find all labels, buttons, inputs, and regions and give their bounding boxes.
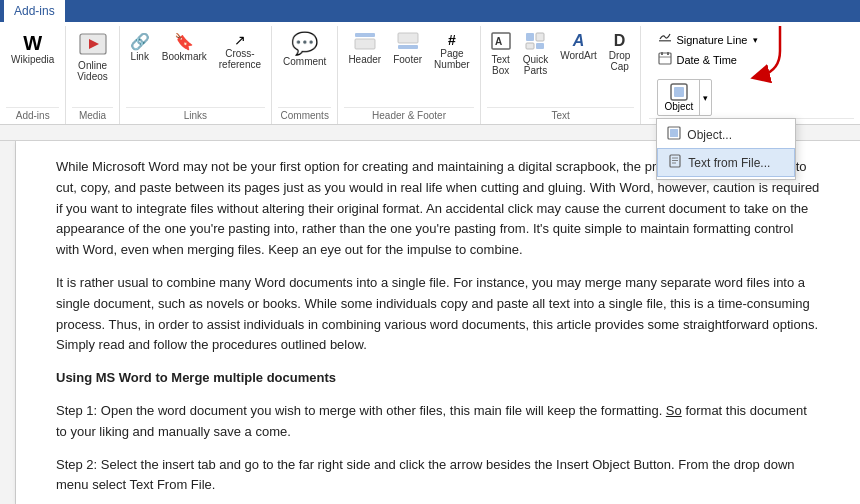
quick-parts-button[interactable]: QuickParts xyxy=(519,30,553,78)
comment-button[interactable]: 💬 Comment xyxy=(278,30,331,70)
drop-cap-button[interactable]: D DropCap xyxy=(605,30,635,74)
text-from-file-item[interactable]: Text from File... xyxy=(657,148,795,177)
text-from-file-icon xyxy=(668,154,682,171)
main-layout: While Microsoft Word may not be your fir… xyxy=(0,141,860,504)
comments-group-label: Comments xyxy=(278,107,331,124)
header-label: Header xyxy=(348,54,381,65)
ribbon-group-media: OnlineVideos Media xyxy=(66,26,119,124)
svg-rect-5 xyxy=(398,45,418,49)
wordart-icon: A xyxy=(573,32,585,50)
paragraph-5: Step 2: Select the insert tab and go to … xyxy=(56,455,820,497)
text-from-file-label: Text from File... xyxy=(688,156,770,170)
signature-line-chevron[interactable]: ▾ xyxy=(753,35,758,45)
date-time-label: Date & Time xyxy=(676,54,737,66)
svg-rect-15 xyxy=(667,52,669,55)
bookmark-icon: 🔖 xyxy=(174,32,194,51)
cross-reference-icon: ↗ xyxy=(234,32,246,48)
ribbon-group-header-footer: Header Footer # PageNumber Header & Foot… xyxy=(338,26,480,124)
quick-parts-label: QuickParts xyxy=(523,54,549,76)
comment-icon: 💬 xyxy=(291,33,318,55)
text-items: A TextBox QuickParts A WordArt D DropCap xyxy=(487,26,635,107)
link-label: Link xyxy=(131,51,149,62)
signature-line-icon xyxy=(658,31,672,48)
media-group-label: Media xyxy=(72,107,112,124)
svg-rect-8 xyxy=(526,33,534,41)
svg-rect-12 xyxy=(659,40,671,42)
cross-reference-button[interactable]: ↗ Cross-reference xyxy=(215,30,265,72)
add-ins-items: W Wikipedia xyxy=(6,26,59,107)
ribbon-group-right: Signature Line ▾ Date & Time Object xyxy=(641,26,860,124)
paragraph-3: Using MS Word to Merge multiple document… xyxy=(56,368,820,389)
svg-text:A: A xyxy=(495,36,502,47)
svg-rect-3 xyxy=(355,39,375,49)
object-dropdown-menu: Object... Text from File... xyxy=(656,118,796,180)
sig-group: Signature Line ▾ Date & Time xyxy=(649,26,767,73)
svg-rect-20 xyxy=(670,129,678,137)
document-page: While Microsoft Word may not be your fir… xyxy=(16,141,860,504)
comment-label: Comment xyxy=(283,56,326,67)
tab-add-ins[interactable]: Add-ins xyxy=(4,0,65,22)
document-content[interactable]: While Microsoft Word may not be your fir… xyxy=(16,141,860,504)
app-window: Add-ins W Wikipedia Add-ins OnlineVideos xyxy=(0,0,860,504)
online-videos-button[interactable]: OnlineVideos xyxy=(72,30,112,85)
signature-line-label: Signature Line xyxy=(676,34,747,46)
object-dropdown-arrow[interactable]: ▾ xyxy=(699,80,711,115)
wikipedia-icon: W xyxy=(23,33,42,53)
ribbon-group-links: 🔗 Link 🔖 Bookmark ↗ Cross-reference Link… xyxy=(120,26,272,124)
footer-button[interactable]: Footer xyxy=(389,30,426,67)
signature-line-button[interactable]: Signature Line ▾ xyxy=(655,30,761,49)
add-ins-group-label: Add-ins xyxy=(6,107,59,124)
underline-so: So xyxy=(666,403,682,418)
object-menu-icon xyxy=(667,126,681,143)
ribbon-tabs: Add-ins xyxy=(0,0,860,22)
page-number-button[interactable]: # PageNumber xyxy=(430,30,474,72)
ribbon-group-add-ins: W Wikipedia Add-ins xyxy=(0,26,66,124)
text-box-icon: A xyxy=(491,32,511,54)
online-videos-icon xyxy=(79,33,107,59)
svg-rect-11 xyxy=(536,43,544,49)
date-time-button[interactable]: Date & Time xyxy=(655,50,761,69)
links-items: 🔗 Link 🔖 Bookmark ↗ Cross-reference xyxy=(126,26,265,107)
object-icon xyxy=(670,83,688,101)
paragraph-2: It is rather usual to combine many Word … xyxy=(56,273,820,356)
wikipedia-label: Wikipedia xyxy=(11,54,54,65)
links-group-label: Links xyxy=(126,107,265,124)
page-number-icon: # xyxy=(448,32,456,48)
text-group-label: Text xyxy=(487,107,635,124)
ribbon-content: W Wikipedia Add-ins OnlineVideos Media xyxy=(0,22,860,125)
svg-rect-21 xyxy=(670,155,680,167)
object-menu-label: Object... xyxy=(687,128,732,142)
link-button[interactable]: 🔗 Link xyxy=(126,30,154,64)
drop-cap-label: DropCap xyxy=(609,50,631,72)
quick-parts-icon xyxy=(525,32,545,54)
wordart-button[interactable]: A WordArt xyxy=(556,30,601,63)
wordart-label: WordArt xyxy=(560,50,597,61)
svg-rect-14 xyxy=(661,52,663,55)
svg-rect-13 xyxy=(659,53,671,64)
svg-rect-10 xyxy=(526,43,534,49)
svg-rect-4 xyxy=(398,33,418,43)
paragraph-4: Step 1: Open the word document you wish … xyxy=(56,401,820,443)
svg-rect-18 xyxy=(674,87,684,97)
wikipedia-button[interactable]: W Wikipedia xyxy=(6,30,59,68)
text-box-button[interactable]: A TextBox xyxy=(487,30,515,78)
online-videos-label: OnlineVideos xyxy=(77,60,107,82)
text-box-label: TextBox xyxy=(492,54,510,76)
object-menu-item[interactable]: Object... xyxy=(657,121,795,148)
cross-reference-label: Cross-reference xyxy=(219,48,261,70)
ribbon-group-comments: 💬 Comment Comments xyxy=(272,26,338,124)
link-icon: 🔗 xyxy=(130,32,150,51)
footer-label: Footer xyxy=(393,54,422,65)
object-button-group: Object ▾ Object... xyxy=(653,77,716,118)
header-button[interactable]: Header xyxy=(344,30,385,67)
header-footer-group-label: Header & Footer xyxy=(344,107,473,124)
media-items: OnlineVideos xyxy=(72,26,112,107)
bookmark-button[interactable]: 🔖 Bookmark xyxy=(158,30,211,64)
object-split-button[interactable]: Object ▾ xyxy=(657,79,712,116)
svg-rect-9 xyxy=(536,33,544,41)
header-icon xyxy=(354,32,376,54)
object-button-main[interactable]: Object xyxy=(658,80,699,115)
page-number-label: PageNumber xyxy=(434,48,470,70)
svg-rect-2 xyxy=(355,33,375,37)
vertical-ruler xyxy=(0,141,16,504)
